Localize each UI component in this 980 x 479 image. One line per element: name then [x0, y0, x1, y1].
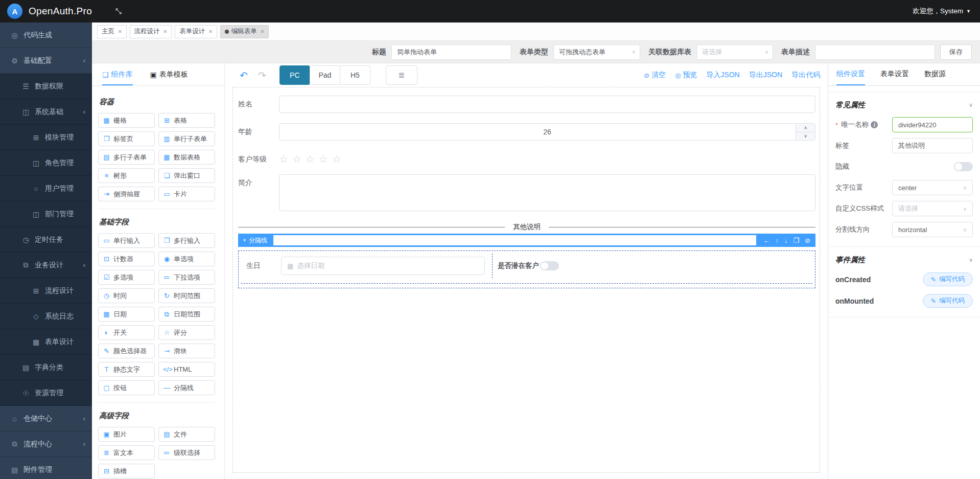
component-item-弹出窗口[interactable]: ❏弹出窗口 [158, 168, 215, 183]
prop-select-文字位置[interactable]: center∨ [892, 180, 973, 195]
sidebar-item-process-design[interactable]: ⊞流程设计 [0, 278, 92, 304]
grid-row-selected[interactable]: 生日 ▦ 选择日期 是否潜在客户 [238, 250, 815, 288]
stepper-down-icon[interactable]: ∨ [796, 132, 815, 141]
prop-select-分割线方向[interactable]: horizontal∨ [892, 222, 973, 237]
sidebar-item-dict-category[interactable]: ▤字典分类 [0, 355, 92, 380]
star-icon[interactable]: ☆ [332, 154, 341, 164]
drag-handle[interactable]: + 分隔线 [238, 236, 272, 245]
close-icon[interactable]: × [261, 28, 265, 35]
form-title-input[interactable] [391, 44, 511, 60]
inspector-tab-组件设置[interactable]: 组件设置 [836, 63, 865, 85]
field-row-intro[interactable]: 简介 [238, 174, 815, 211]
sidebar-item-basic-config[interactable]: ⚙基础配置∧ [0, 48, 92, 74]
component-item-标签页[interactable]: ❐标签页 [98, 131, 155, 146]
grid-cell-birthday[interactable]: 生日 ▦ 选择日期 [241, 254, 493, 278]
component-item-按钮[interactable]: ▢按钮 [98, 380, 155, 395]
action-export-code[interactable]: 导出代码 [791, 71, 820, 80]
device-button-H5[interactable]: H5 [340, 65, 370, 85]
move-down-icon[interactable]: ↓ [784, 237, 788, 244]
close-icon[interactable]: × [118, 28, 122, 35]
prop-input-标签[interactable]: 其他说明 [892, 138, 973, 153]
action-export-json[interactable]: 导出JSON [749, 71, 782, 80]
field-row-age[interactable]: 年龄 26 ∧ ∨ [238, 123, 815, 141]
component-item-图片[interactable]: ▣图片 [98, 427, 155, 442]
component-item-多选项[interactable]: ☑多选项 [98, 270, 155, 285]
component-item-分隔线[interactable]: —分隔线 [158, 380, 215, 395]
component-item-富文本[interactable]: ≣富文本 [98, 445, 155, 460]
sidebar-item-form-design[interactable]: ▦表单设计 [0, 329, 92, 355]
component-item-树形[interactable]: ≡树形 [98, 168, 155, 183]
star-icon[interactable]: ☆ [279, 154, 288, 164]
sidebar-item-process-center[interactable]: ⧉流程中心∨ [0, 431, 92, 457]
component-item-数据表格[interactable]: ▦数据表格 [158, 150, 215, 165]
action-clear[interactable]: ⊘清空 [644, 71, 666, 80]
write-code-button-onCreated[interactable]: ✎编写代码 [923, 272, 973, 286]
birthday-date-input[interactable]: ▦ 选择日期 [281, 257, 485, 275]
component-item-HTML[interactable]: </>HTML [158, 362, 215, 377]
component-item-评分[interactable]: ☆评分 [158, 325, 215, 340]
component-item-卡片[interactable]: ▭卡片 [158, 187, 215, 201]
close-icon[interactable]: × [208, 28, 213, 35]
component-item-日期范围[interactable]: ⧉日期范围 [158, 307, 215, 322]
sidebar-item-business-design[interactable]: ⧉业务设计∧ [0, 253, 92, 278]
sidebar-item-role-mgmt[interactable]: ◫角色管理 [0, 150, 92, 176]
move-up-icon[interactable]: ↑ [775, 237, 779, 244]
prop-input-唯一名称[interactable]: divider94220 [892, 117, 973, 132]
component-item-栅格[interactable]: ▦栅格 [98, 113, 155, 128]
device-button-Pad[interactable]: Pad [310, 65, 340, 85]
star-icon[interactable]: ☆ [306, 154, 315, 164]
close-icon[interactable]: × [164, 28, 168, 35]
grid-cell-potential[interactable]: 是否潜在客户 [493, 254, 812, 278]
prop-switch-隐藏[interactable] [954, 162, 973, 171]
user-menu[interactable]: 欢迎您，System ▼ [913, 7, 971, 16]
component-item-颜色选择器[interactable]: ✎颜色选择器 [98, 344, 155, 358]
component-item-级联选择[interactable]: ≔级联选择 [158, 445, 215, 460]
action-preview[interactable]: ◎预览 [675, 71, 697, 80]
component-item-时间范围[interactable]: ↻时间范围 [158, 288, 215, 303]
component-item-表格[interactable]: ⊞表格 [158, 113, 215, 128]
sidebar-item-data-permission[interactable]: ☰数据权限 [0, 74, 92, 99]
sidebar-item-scheduled-tasks[interactable]: ◷定时任务 [0, 227, 92, 253]
sidebar-item-system-logs[interactable]: ◇系统日志 [0, 304, 92, 329]
name-input[interactable] [279, 96, 815, 113]
redo-icon[interactable]: ↷ [258, 70, 266, 81]
component-item-计数器[interactable]: ⊡计数器 [98, 252, 155, 266]
component-item-时间[interactable]: ◷时间 [98, 288, 155, 303]
inspector-tab-数据源[interactable]: 数据源 [924, 63, 946, 85]
sidebar-item-system-basic[interactable]: ◫系统基础∧ [0, 99, 92, 125]
age-number-input[interactable]: 26 ∧ ∨ [279, 123, 815, 141]
stepper-up-icon[interactable]: ∧ [796, 124, 815, 132]
sidebar-item-warehouse-center[interactable]: ⌂仓储中心∨ [0, 406, 92, 431]
device-button-PC[interactable]: PC [279, 65, 310, 85]
component-item-下拉选项[interactable]: ≔下拉选项 [158, 270, 215, 285]
component-item-开关[interactable]: ◐开关 [98, 325, 155, 340]
db-table-select[interactable]: 请选择 ∨ [696, 44, 773, 60]
component-item-滑块[interactable]: ⊸滑块 [158, 344, 215, 358]
sidebar-item-resource-mgmt[interactable]: ☉资源管理 [0, 380, 92, 406]
form-canvas[interactable]: 姓名 年龄 26 ∧ ∨ [232, 87, 820, 473]
copy-icon[interactable]: ❐ [793, 237, 799, 244]
component-item-插槽[interactable]: ⊟插槽 [98, 464, 155, 478]
component-item-静态文字[interactable]: T静态文字 [98, 362, 155, 377]
component-item-文件[interactable]: ▤文件 [158, 427, 215, 442]
prop-select-自定义CSS样式[interactable]: 请选择∨ [892, 201, 973, 216]
write-code-button-onMounted[interactable]: ✎编写代码 [923, 294, 973, 308]
save-button[interactable]: 保存 [940, 44, 972, 60]
component-item-单选项[interactable]: ◉单选项 [158, 252, 215, 266]
sidebar-item-dept-mgmt[interactable]: ◫部门管理 [0, 201, 92, 227]
chevron-down-icon[interactable]: ∨ [969, 257, 973, 263]
field-row-name[interactable]: 姓名 [238, 96, 815, 113]
page-tab-表单设计[interactable]: 表单设计× [175, 25, 217, 38]
page-tab-流程设计[interactable]: 流程设计× [130, 25, 172, 38]
action-import-json[interactable]: 导入JSON [706, 71, 739, 80]
intro-textarea[interactable] [279, 174, 815, 211]
palette-tab-表单模板[interactable]: ▣表单模板 [150, 63, 188, 85]
delete-icon[interactable]: ⊘ [805, 237, 810, 244]
star-icon[interactable]: ☆ [319, 154, 328, 164]
outline-tree-button[interactable]: ≣ [386, 65, 417, 85]
sidebar-item-attachment-mgmt[interactable]: ▤附件管理 [0, 457, 92, 479]
page-tab-主页[interactable]: 主页× [97, 25, 127, 38]
form-type-select[interactable]: 可拖拽动态表单 ∨ [553, 44, 640, 60]
move-left-icon[interactable]: ← [763, 237, 769, 244]
component-item-日期[interactable]: ▦日期 [98, 307, 155, 322]
